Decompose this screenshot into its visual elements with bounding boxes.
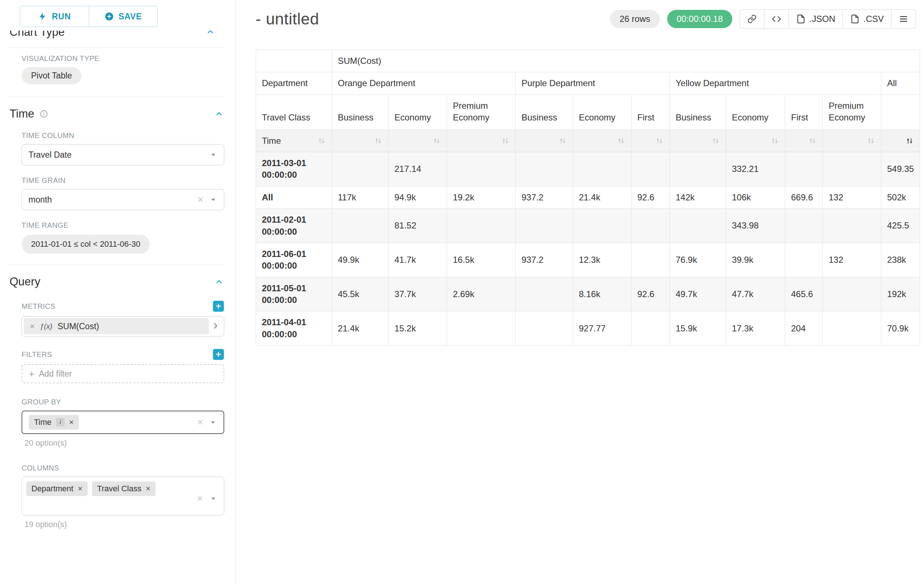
pivot-sort-header <box>447 130 516 152</box>
query-section: METRICS + × ƒ(x) SUM(Cost) › FILTERS + +… <box>10 301 224 529</box>
pivot-cell: 142k <box>670 186 726 209</box>
pivot-cell: 332.21 <box>726 152 785 186</box>
sort-icon[interactable] <box>318 137 326 145</box>
sort-icon[interactable] <box>655 137 663 145</box>
columns-select[interactable]: Department × Travel Class × × <box>21 477 224 515</box>
metric-item[interactable]: × ƒ(x) SUM(Cost) <box>24 318 209 334</box>
visualization-type-pill[interactable]: Pivot Table <box>21 67 81 84</box>
time-grain-value: month <box>28 195 198 205</box>
sort-icon[interactable] <box>617 137 625 145</box>
add-filter-plus-button[interactable]: + <box>213 349 224 360</box>
pivot-cell: 2.69k <box>447 277 516 311</box>
columns-tag[interactable]: Travel Class × <box>92 482 155 496</box>
clear-icon[interactable]: × <box>197 494 203 504</box>
collapse-time-section-icon[interactable] <box>214 109 224 118</box>
pivot-cell: 132 <box>823 243 881 277</box>
menu-button[interactable] <box>891 10 916 28</box>
pivot-cell: 16.5k <box>447 243 516 277</box>
pivot-cell <box>516 311 573 345</box>
sort-icon[interactable] <box>906 137 914 145</box>
remove-metric-icon[interactable]: × <box>30 322 35 331</box>
pivot-cell <box>632 209 670 243</box>
sort-icon[interactable] <box>771 137 779 145</box>
pivot-cell: 465.6 <box>785 277 823 311</box>
pivot-row-header: 2011-02-01 00:00:00 <box>256 209 332 243</box>
pivot-cell: 17.3k <box>726 311 785 345</box>
pivot-cell: 21.4k <box>573 186 632 209</box>
sort-icon[interactable] <box>867 137 875 145</box>
pivot-cell: 549.35 <box>881 152 920 186</box>
visualization-type-label: VISUALIZATION TYPE <box>21 54 224 63</box>
pivot-group-header: Yellow Department <box>670 72 881 95</box>
chart-type-section-header: Chart Type <box>10 31 224 42</box>
time-grain-select[interactable]: month × <box>21 189 224 210</box>
pivot-cell <box>516 152 573 186</box>
lightning-icon <box>38 12 48 21</box>
add-filter-button[interactable]: + Add filter <box>21 364 224 383</box>
group-by-select[interactable]: Time i × × <box>21 411 224 434</box>
json-button-label: .JSON <box>809 14 835 24</box>
clear-icon[interactable]: × <box>197 418 203 428</box>
pivot-corner-cell <box>256 50 332 72</box>
pivot-sort-header <box>332 130 389 152</box>
pivot-class-header: Business <box>332 95 389 130</box>
time-column-label: TIME COLUMN <box>21 132 224 140</box>
group-by-options-hint: 20 option(s) <box>25 438 224 448</box>
query-section-title: Query <box>10 275 40 288</box>
sort-icon[interactable] <box>502 137 510 145</box>
pivot-row: 2011-06-01 00:00:0049.9k41.7k16.5k937.21… <box>256 243 920 277</box>
pivot-cell: 117k <box>332 186 389 209</box>
pivot-travel-class-label: Travel Class <box>256 95 332 130</box>
info-icon <box>40 110 48 118</box>
pivot-cell <box>447 311 516 345</box>
copy-link-button[interactable] <box>739 10 764 28</box>
pivot-time-label: Time <box>256 130 332 152</box>
pivot-cell: 92.6 <box>632 277 670 311</box>
run-button[interactable]: RUN <box>20 6 89 26</box>
pivot-table-head: SUM(Cost)DepartmentOrange DepartmentPurp… <box>256 50 920 152</box>
pivot-class-header: Economy <box>389 95 447 130</box>
filters-label-row: FILTERS + <box>21 349 224 360</box>
columns-tag[interactable]: Department × <box>26 482 87 496</box>
pivot-cell <box>573 209 632 243</box>
pivot-cell: 132 <box>823 186 881 209</box>
pivot-cell: 92.6 <box>632 186 670 209</box>
metric-field: × ƒ(x) SUM(Cost) › <box>21 316 224 337</box>
download-json-button[interactable]: .JSON <box>789 10 843 28</box>
chart-title[interactable]: - untitled <box>256 10 319 28</box>
pivot-class-header: Business <box>516 95 573 130</box>
remove-tag-icon[interactable]: × <box>78 485 82 493</box>
download-csv-button[interactable]: .CSV <box>843 10 891 28</box>
explore-view: RUN SAVE Chart Type VISUALIZATION TYPE P… <box>0 0 924 584</box>
visualization-type-section: VISUALIZATION TYPE Pivot Table <box>10 54 224 84</box>
remove-tag-icon[interactable]: × <box>69 418 74 426</box>
sort-icon[interactable] <box>559 137 567 145</box>
chevron-up-icon[interactable] <box>206 31 215 36</box>
clear-icon[interactable]: × <box>198 195 203 205</box>
pivot-sort-header <box>389 130 447 152</box>
collapse-query-section-icon[interactable] <box>214 277 224 286</box>
remove-tag-icon[interactable]: × <box>146 485 150 493</box>
query-timer-badge: 00:00:00.18 <box>667 10 733 28</box>
pivot-sort-header <box>573 130 632 152</box>
add-metric-button[interactable]: + <box>213 301 224 312</box>
time-row-label: Time <box>262 135 281 147</box>
view-query-button[interactable] <box>764 10 789 28</box>
pivot-cell: 425.5 <box>881 209 920 243</box>
pivot-group-header: Orange Department <box>332 72 516 95</box>
sort-icon[interactable] <box>375 137 383 145</box>
time-range-pill[interactable]: 2011-01-01 ≤ col < 2011-06-30 <box>21 235 150 254</box>
sort-icon[interactable] <box>712 137 720 145</box>
chart-toolbar: 26 rows 00:00:00.18 <box>610 10 916 28</box>
columns-options-hint: 19 option(s) <box>25 520 224 529</box>
chevron-right-icon[interactable]: › <box>209 325 222 327</box>
pivot-sort-header <box>823 130 881 152</box>
sort-icon[interactable] <box>433 137 441 145</box>
metrics-label: METRICS <box>21 302 56 311</box>
time-column-select[interactable]: Travel Date <box>21 144 224 165</box>
group-by-tag[interactable]: Time i × <box>29 415 79 429</box>
pivot-cell: 94.9k <box>389 186 447 209</box>
pivot-cell <box>670 152 726 186</box>
sort-icon[interactable] <box>808 137 817 145</box>
save-button[interactable]: SAVE <box>89 6 157 26</box>
